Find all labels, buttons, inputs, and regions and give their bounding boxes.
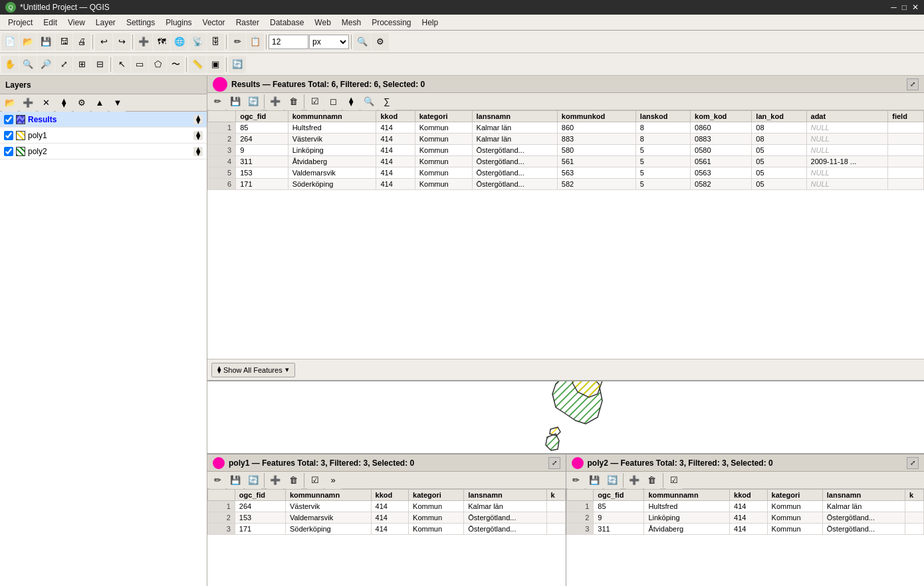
zoom-selection-btn[interactable]: ⊞ [73,56,90,73]
col-kommunnamn[interactable]: kommunnamn [288,111,376,122]
menu-edit[interactable]: Edit [38,17,62,29]
poly1-select-btn[interactable]: ☑ [306,472,324,489]
col-kommunkod[interactable]: kommunkod [557,111,635,122]
results-select-btn[interactable]: ☑ [306,93,324,110]
poly1-save-btn[interactable]: 💾 [227,472,244,489]
col-kom_kod[interactable]: kom_kod [691,111,752,122]
results-field-calc-btn[interactable]: ∑ [378,93,396,110]
p1-col-lansnamn[interactable]: lansnamn [464,490,546,501]
save-project-btn[interactable]: 💾 [37,33,55,50]
p1-col-k[interactable]: k [546,490,565,501]
expand-results-btn[interactable]: ⤢ [907,78,919,90]
results-deselect-btn[interactable]: ◻ [324,93,342,110]
menu-view[interactable]: View [62,17,90,29]
show-all-features-btn[interactable]: ⧫ Show All Features ▾ [211,363,295,377]
move-up-btn[interactable]: ▲ [91,94,108,112]
poly2-edit-btn[interactable]: ✏ [568,472,585,489]
layer-results-checkbox[interactable] [4,115,13,124]
col-ogc_fid[interactable]: ogc_fid [236,111,288,122]
p2-col-kommunnamn[interactable]: kommunnamn [644,490,730,501]
poly1-more-btn[interactable]: » [324,472,342,489]
p2-col-lansnamn[interactable]: lansnamn [822,490,905,501]
zoom-out-btn[interactable]: 🔎 [37,56,55,73]
p2-col-k[interactable]: k [905,490,924,501]
p2-col-ogc_fid[interactable]: ogc_fid [594,490,644,501]
refresh-btn[interactable]: 🔄 [229,56,246,73]
results-save-btn[interactable]: 💾 [227,93,244,110]
menu-processing[interactable]: Processing [366,17,416,29]
menu-help[interactable]: Help [417,17,444,29]
select-rect-btn[interactable]: ▭ [131,56,148,73]
layer-item-poly1[interactable]: poly1 ⧫ [0,128,207,144]
results-refresh-btn[interactable]: 🔄 [245,93,262,110]
col-kkod[interactable]: kkod [376,111,415,122]
measure-area-btn[interactable]: ▣ [207,56,224,73]
col-kategori[interactable]: kategori [415,111,472,122]
close-btn[interactable]: ✕ [912,3,919,12]
poly2-select-btn[interactable]: ☑ [665,472,683,489]
results-filter-btn[interactable]: ⧫ [342,93,360,110]
p2-col-kkod[interactable]: kkod [730,490,767,501]
results-add-btn[interactable]: ➕ [267,93,284,110]
menu-layer[interactable]: Layer [90,17,121,29]
expand-poly2-btn[interactable]: ⤢ [907,457,919,469]
col-lan_kod[interactable]: lan_kod [752,111,806,122]
edit-attr-btn[interactable]: 📋 [247,33,264,50]
menu-database[interactable]: Database [265,17,309,29]
undo-btn[interactable]: ↩ [95,33,112,50]
layer-poly1-checkbox[interactable] [4,131,13,140]
poly1-delete-btn[interactable]: 🗑 [285,472,302,489]
identify-btn[interactable]: 🔍 [354,33,371,50]
map-area[interactable] [207,381,924,453]
minimize-btn[interactable]: ─ [891,3,897,12]
poly2-refresh-btn[interactable]: 🔄 [604,472,621,489]
layer-settings-btn[interactable]: ⚙ [73,94,90,112]
menu-project[interactable]: Project [3,17,38,29]
poly2-add-btn[interactable]: ➕ [626,472,643,489]
menu-settings[interactable]: Settings [121,17,160,29]
add-layer-btn[interactable]: ➕ [19,94,37,112]
layer-filter-btn[interactable]: ⧫ [55,94,72,112]
font-unit-select[interactable]: px pt mm [309,35,349,49]
select-freehand-btn[interactable]: 〜 [167,56,184,73]
col-lansnamn[interactable]: lansnamn [472,111,557,122]
menu-raster[interactable]: Raster [231,17,265,29]
col-adat[interactable]: adat [806,111,888,122]
p1-col-kategori[interactable]: kategori [409,490,464,501]
menu-mesh[interactable]: Mesh [336,17,366,29]
expand-poly1-btn[interactable]: ⤢ [548,457,560,469]
results-toggle-edit-btn[interactable]: ✏ [209,93,226,110]
settings-btn[interactable]: ⚙ [372,33,389,50]
p1-col-ogc_fid[interactable]: ogc_fid [235,490,285,501]
maximize-btn[interactable]: □ [902,3,907,12]
add-raster-btn[interactable]: 🗺 [153,33,170,50]
zoom-extent-btn[interactable]: ⤢ [55,56,72,73]
measure-btn[interactable]: 📏 [189,56,206,73]
select-btn[interactable]: ↖ [113,56,130,73]
remove-layer-btn[interactable]: ✕ [37,94,55,112]
poly1-edit-btn[interactable]: ✏ [209,472,226,489]
poly2-delete-btn[interactable]: 🗑 [643,472,661,489]
new-project-btn[interactable]: 📄 [1,33,19,50]
add-wms-btn[interactable]: 🌐 [171,33,188,50]
font-size-input[interactable] [269,35,308,49]
layer-poly2-checkbox[interactable] [4,147,13,156]
select-polygon-btn[interactable]: ⬠ [149,56,166,73]
poly1-add-btn[interactable]: ➕ [267,472,284,489]
pan-btn[interactable]: ✋ [1,56,19,73]
move-down-btn[interactable]: ▼ [109,94,126,112]
menu-vector[interactable]: Vector [197,17,231,29]
open-project-btn[interactable]: 📂 [19,33,37,50]
open-layer-btn[interactable]: 📂 [1,94,19,112]
p1-col-kkod[interactable]: kkod [371,490,408,501]
redo-btn[interactable]: ↪ [113,33,130,50]
menu-plugins[interactable]: Plugins [160,17,197,29]
digitize-btn[interactable]: ✏ [229,33,246,50]
add-db-btn[interactable]: 🗄 [207,33,224,50]
add-wfs-btn[interactable]: 📡 [189,33,206,50]
zoom-in-btn[interactable]: 🔍 [19,56,37,73]
results-delete-btn[interactable]: 🗑 [285,93,302,110]
save-as-btn[interactable]: 🖫 [55,33,72,50]
col-field[interactable]: field [888,111,924,122]
print-btn[interactable]: 🖨 [73,33,90,50]
